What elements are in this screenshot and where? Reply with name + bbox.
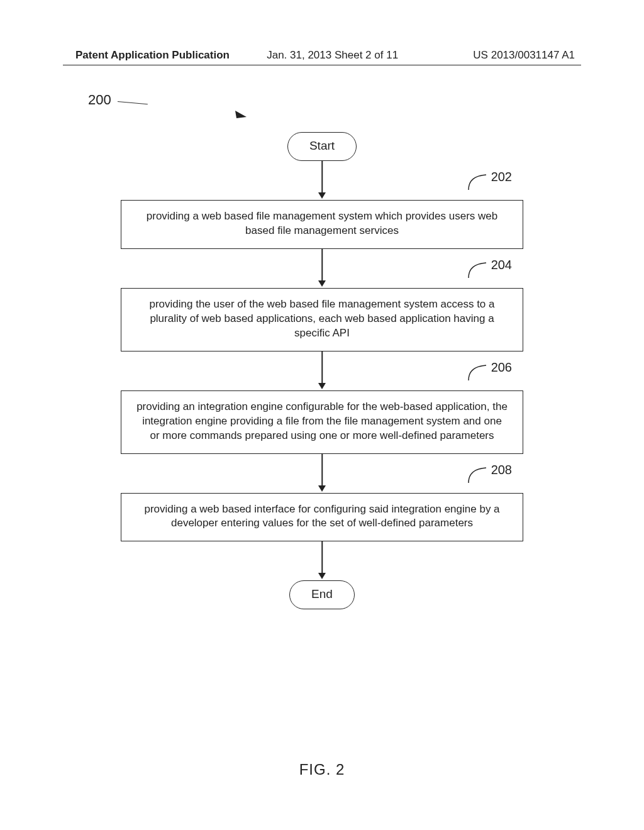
arrow-head-icon	[318, 573, 326, 579]
callout-curve-icon	[467, 465, 490, 484]
arrow-0: 202	[121, 161, 523, 200]
arrow-4	[121, 541, 523, 580]
ref-200-arrowhead-icon	[235, 108, 253, 122]
header-pub-number: US 2013/0031147 A1	[473, 49, 575, 62]
arrow-head-icon	[318, 383, 326, 389]
end-label: End	[311, 587, 333, 600]
start-label: Start	[309, 139, 335, 152]
arrow-head-icon	[318, 280, 326, 287]
callout-num-206: 206	[491, 360, 512, 375]
callout-208: 208	[467, 465, 512, 484]
header-rule	[63, 65, 581, 65]
arrow-head-icon	[318, 485, 326, 492]
step-text-202: providing a web based file management sy…	[147, 210, 497, 236]
arrow-3: 208	[121, 454, 523, 493]
arrow-line-icon	[321, 454, 323, 487]
start-terminator: Start	[287, 132, 357, 161]
arrow-2: 206	[121, 351, 523, 390]
ref-200-leader	[118, 101, 148, 104]
callout-num-208: 208	[491, 463, 512, 477]
arrow-1: 204	[121, 249, 523, 288]
header-publication: Patent Application Publication	[75, 49, 230, 62]
callout-curve-icon	[467, 172, 490, 191]
step-box-202: providing a web based file management sy…	[121, 200, 523, 249]
callout-206: 206	[467, 363, 512, 382]
page-header: Patent Application Publication Jan. 31, …	[0, 49, 644, 62]
arrow-line-icon	[321, 351, 323, 384]
callout-202: 202	[467, 172, 512, 191]
arrow-line-icon	[321, 161, 323, 194]
callout-num-202: 202	[491, 170, 512, 184]
flowchart: Start 202 providing a web based file man…	[121, 132, 523, 609]
reference-numeral-200: 200	[88, 92, 149, 108]
callout-curve-icon	[467, 260, 490, 279]
arrow-head-icon	[318, 192, 326, 199]
step-text-204: providing the user of the web based file…	[149, 298, 494, 339]
step-box-204: providing the user of the web based file…	[121, 288, 523, 351]
callout-num-204: 204	[491, 258, 512, 272]
arrow-line-icon	[321, 541, 323, 574]
callout-curve-icon	[467, 363, 490, 382]
step-box-206: providing an integration engine configur…	[121, 390, 523, 454]
callout-204: 204	[467, 260, 512, 279]
step-text-206: providing an integration engine configur…	[136, 401, 508, 441]
arrow-line-icon	[321, 249, 323, 282]
svg-marker-0	[235, 111, 247, 118]
step-text-208: providing a web based interface for conf…	[144, 503, 499, 529]
header-date-sheet: Jan. 31, 2013 Sheet 2 of 11	[267, 49, 398, 62]
end-terminator: End	[289, 580, 355, 609]
ref-200-label: 200	[88, 92, 111, 108]
step-box-208: providing a web based interface for conf…	[121, 493, 523, 542]
figure-label: FIG. 2	[299, 761, 345, 778]
